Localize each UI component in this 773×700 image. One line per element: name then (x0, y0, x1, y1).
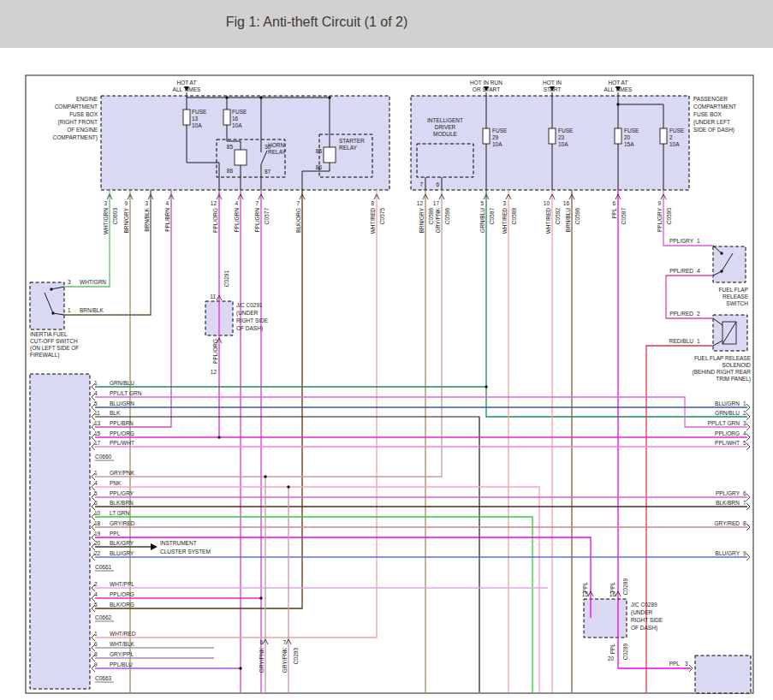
diagram-label: 16 (563, 200, 570, 206)
diagram-label: 7 (296, 200, 300, 206)
diagram-label: 7 (282, 639, 286, 645)
diagram-label: WHT/RED (502, 208, 508, 234)
diagram-label: GRN/BLU (479, 208, 485, 233)
diagram-label: PPL/GRN (234, 208, 240, 233)
diagram-label: 17 (433, 200, 440, 206)
diagram-label: 4 (743, 430, 746, 436)
diagram-label: PPL/GRY (669, 238, 694, 244)
diagram-label: 8 (743, 520, 746, 526)
fuse-16-symbol (223, 110, 230, 125)
diagram-label: 11 (94, 410, 100, 416)
diagram-label: BRN/BLK (144, 207, 150, 231)
diagram-label: C0663 (95, 675, 112, 681)
diagram-label: 20 (94, 540, 101, 546)
diagram-label: GRY/PNK (259, 647, 265, 673)
diagram-label: LT GRN (110, 510, 130, 516)
diagram-label: BLK/ORG (110, 602, 134, 608)
diagram-label: 4 (235, 200, 238, 206)
fuse-13-symbol (183, 110, 190, 125)
junction-dot (720, 252, 722, 254)
diagram-label: C0577 (264, 208, 270, 225)
diagram-label: DRIVER (435, 124, 456, 130)
diagram-label: WHT/BLK (110, 641, 135, 647)
diagram-label: 4 (697, 268, 700, 274)
diagram-label: PPL/GRY (716, 490, 740, 496)
diagram-label: C0291 (223, 270, 229, 288)
diagram-label: PPL/BRN (110, 420, 134, 426)
diagram-label: RELAY (268, 149, 286, 155)
diagram-label: GRY/PNK (282, 647, 288, 673)
diagram-label: 1 (743, 400, 746, 406)
diagram-label: RIGHT SIDE (236, 317, 269, 323)
diagram-label: 2 (697, 311, 700, 317)
diagram-label: COMPARTMENT (693, 104, 736, 110)
diagram-label: FUEL FLAP RELEASE (694, 355, 752, 361)
diagram-label: C0592 (555, 208, 561, 225)
diagram-label: 12 (211, 200, 217, 206)
diagram-label: ALL TIMES (604, 86, 633, 92)
diagram-label: C0662 (95, 614, 112, 620)
diagram-label: 1 (94, 470, 98, 476)
diagram-label: CLUSTER SYSTEM (160, 549, 211, 555)
diagram-label: PPL (611, 208, 617, 219)
diagram-label: 4 (94, 591, 98, 597)
diagram-label: 10A (669, 141, 680, 147)
diagram-label: C0596 (574, 208, 580, 225)
diagram-label: 1 (697, 238, 700, 244)
diagram-label: HOT IN RUN (470, 80, 502, 86)
diagram-label: 6 (743, 490, 746, 496)
diagram-label: 1 (94, 631, 98, 637)
diagram-label: 4 (165, 200, 169, 206)
diagram-label: BLU/GRY (110, 550, 134, 556)
diagram-label: PPL/GRY (657, 207, 663, 232)
diagram-label: ENGINE (76, 96, 98, 102)
diagram-label: FUSE (232, 109, 247, 115)
diagram-label: PPL/GRY (110, 490, 134, 496)
diagram-label: FUEL FLAP (719, 287, 748, 293)
horn-relay-coil (235, 150, 247, 165)
diagram-label: BLU/GRN (110, 400, 134, 406)
diagram-label: COMPARTMENT (55, 104, 98, 110)
arrow-cluster-system (151, 543, 158, 550)
diagram-label: 5 (480, 200, 484, 206)
diagram-label: 3 (685, 661, 688, 667)
diagram-label: 4 (94, 480, 98, 486)
diagram-label: C0588 (511, 208, 517, 225)
diagram-label: WHT/RED (370, 208, 376, 234)
diagram-label: GRY/PNK (435, 207, 441, 233)
diagram-label: 12 (417, 200, 424, 206)
diagram-label: 5 (94, 602, 98, 608)
diagram-label: COMPARTMENT) (53, 134, 98, 141)
wire-wht-red-1 (95, 190, 377, 638)
diagram-label: 1 (697, 338, 700, 344)
diagram-label: FIREWALL) (30, 352, 59, 359)
diagram-label: PPL (110, 531, 121, 537)
diagram-label: 8 (371, 200, 374, 206)
diagram-label: 9 (657, 200, 661, 206)
junction-dot (259, 596, 262, 599)
wire-ppl-ltgrn (95, 397, 747, 427)
diagram-label: 7 (255, 200, 259, 206)
diagram-label: HOT AT (609, 80, 628, 86)
diagram-label: C0289 (622, 644, 628, 661)
diagram-label: OF ENGINE (67, 127, 98, 133)
diagram-label: HOT IN (543, 80, 562, 86)
diagram-label: RELEASE (722, 294, 749, 300)
diagram-label: FUSE (192, 109, 207, 115)
diagram-label: J/C C0291 (236, 302, 263, 308)
diagram-label: PPL (609, 644, 615, 655)
diagram-label: 9 (743, 550, 746, 556)
fuse-20-symbol (615, 128, 621, 144)
diagram-label: 20 (608, 656, 615, 661)
diagram-label: BLK/BRN (716, 500, 740, 506)
diagram-label: C0587 (621, 208, 627, 225)
diagram-label: C0293 (293, 648, 299, 665)
diagram-label: C0603 (112, 208, 118, 225)
wire-ppl-main (618, 190, 691, 668)
diagram-label: 10A (492, 141, 502, 147)
diagram-label: 15A (624, 141, 634, 147)
instrument-cluster-box (30, 374, 90, 689)
diagram-label: 10 (544, 200, 550, 206)
diagram-label: PPL/LT GRN (708, 420, 740, 426)
wire-gry-pnk (95, 190, 442, 477)
